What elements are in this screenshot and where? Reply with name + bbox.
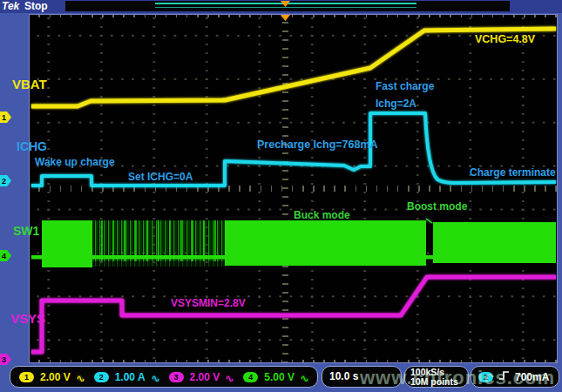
channel1-scale: 2.00 V: [40, 371, 71, 383]
channel4-ground-marker: 4: [0, 250, 11, 261]
charge-terminate-annotation: Charge terminate: [470, 166, 556, 179]
channel3-readout: 3 2.00 V: [169, 371, 234, 383]
ichg-label: ICHG: [17, 139, 47, 153]
channel4-coupling-icon: [301, 373, 308, 382]
channel4-badge: 4: [243, 372, 258, 382]
sw1-trace: [31, 219, 556, 267]
channel1-badge: 1: [19, 372, 34, 382]
channel4-scale: 5.00 V: [264, 371, 295, 383]
buck-mode-annotation: Buck mode: [294, 209, 350, 221]
channel1-coupling-icon: [77, 373, 85, 382]
waveform-display: [29, 14, 558, 363]
waveform-traces: [30, 15, 557, 362]
channel4-number: 4: [0, 252, 6, 260]
channel3-coupling-icon: [226, 373, 234, 382]
acquisition-status: Stop: [24, 0, 48, 12]
channel2-badge: 2: [94, 372, 109, 382]
channel-readouts: 1 2.00 V 2 1.00 A 3 2.00 V 4 5.00 V: [10, 366, 318, 388]
boost-mode-annotation: Boost mode: [407, 200, 467, 213]
vsysmin-annotation: VSYSMIN=2.8V: [171, 297, 246, 309]
channel1-number: 1: [0, 113, 6, 122]
fast-charge-annotation: Fast charge: [376, 80, 434, 92]
precharge-annotation: Precharge Ichg=768mA: [257, 139, 378, 151]
acquisition-preview-bar: [65, 1, 510, 11]
wake-up-charge-annotation: Wake up charge: [35, 156, 115, 168]
channel2-ground-marker: 2: [0, 175, 11, 186]
oscilloscope-screen: Tek Stop: [0, 0, 562, 392]
vchg-annotation: VCHG=4.8V: [475, 33, 535, 45]
ichg-2a-annotation: Ichg=2A: [376, 98, 416, 110]
vsys-trace: [31, 277, 556, 352]
set-ichg-annotation: Set ICHG=0A: [128, 171, 193, 183]
preview-waveform-line: [155, 7, 416, 8]
vsys-label: VSYS: [10, 311, 45, 326]
channel4-readout: 4 5.00 V: [243, 371, 308, 383]
top-status-bar: Tek Stop: [0, 0, 562, 13]
channel3-badge: 3: [169, 372, 184, 382]
channel1-ground-marker: 1: [0, 112, 11, 123]
channel2-number: 2: [0, 177, 6, 186]
tek-logo: Tek: [2, 0, 19, 12]
sw1-label: SW1: [13, 224, 39, 238]
channel3-number: 3: [0, 355, 6, 364]
vbat-label: VBAT: [12, 77, 47, 91]
channel2-coupling-icon: [152, 373, 159, 382]
channel3-scale: 2.00 V: [190, 371, 220, 383]
channel2-scale: 1.00 A: [115, 371, 146, 383]
channel2-readout: 2 1.00 A: [94, 371, 159, 383]
channel1-readout: 1 2.00 V: [19, 371, 85, 383]
watermark: www.cntronics.com: [360, 367, 555, 389]
